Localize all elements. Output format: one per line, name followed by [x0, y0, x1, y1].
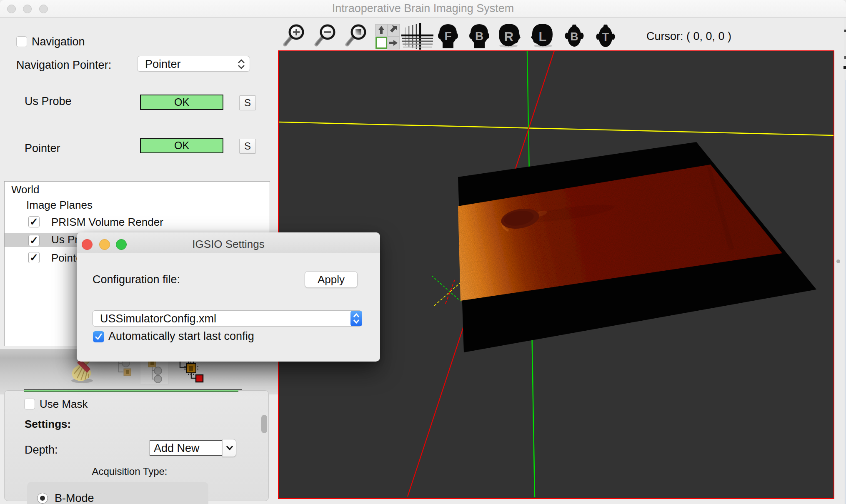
svg-text:T: T: [602, 31, 609, 43]
svg-text:R: R: [504, 30, 513, 44]
svg-text:B: B: [570, 30, 578, 43]
svg-text:L: L: [539, 30, 547, 44]
svg-text:B: B: [475, 30, 483, 42]
svg-text:F: F: [444, 30, 451, 42]
